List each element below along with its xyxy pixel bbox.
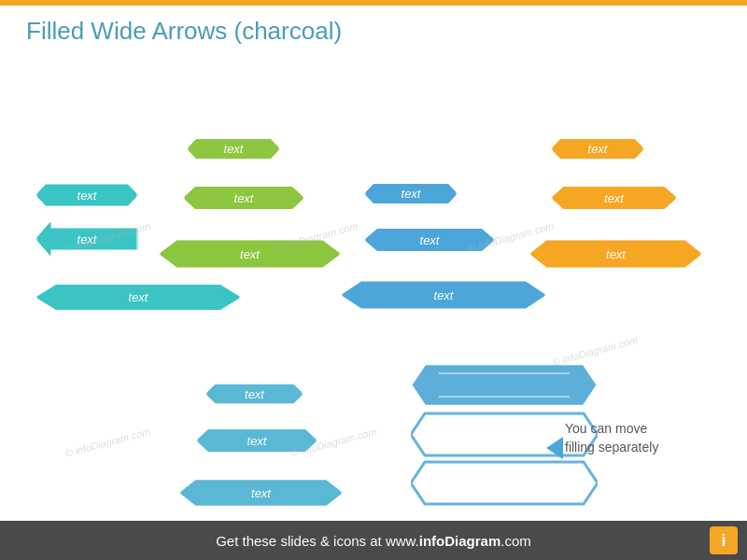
green-medium-arrow: text [183, 179, 304, 217]
bottom-suffix: .com [500, 533, 531, 549]
teal-small-left-arrow: text [35, 221, 138, 257]
bottom-text: Get these slides & icons at www. [216, 533, 419, 549]
bottom-bar: Get these slides & icons at www. infoDia… [0, 521, 747, 560]
green-large-arrow: text [159, 231, 341, 276]
svg-marker-0 [411, 364, 598, 406]
note-text: You can move filling separately [565, 420, 658, 456]
teal-large-double-arrow: text [35, 276, 241, 318]
blue-medium-double-arrow: text [364, 221, 495, 259]
svg-marker-3 [411, 462, 598, 504]
watermark-4: © infoDiagram.com [63, 426, 151, 459]
sky-medium-arrow: text [196, 422, 317, 459]
blue-large-double-arrow: text [341, 273, 546, 317]
teal-small-double-arrow: text [35, 177, 138, 213]
orange-large-arrow: text [529, 231, 702, 276]
sky-small-arrow: text [205, 378, 303, 410]
orange-medium-arrow: text [551, 179, 677, 217]
orange-small-top-arrow: text [551, 133, 644, 165]
note-chevron-icon [546, 437, 563, 459]
green-small-top-arrow: text [187, 133, 280, 165]
sky-large-arrow: text [179, 471, 343, 514]
blue-small-double-arrow: text [364, 177, 458, 210]
bottom-brand: infoDiagram [419, 533, 501, 549]
infodiagram-icon: i [710, 526, 738, 554]
top-bar [0, 0, 747, 6]
page-title: Filled Wide Arrows (charcoal) [26, 17, 342, 46]
